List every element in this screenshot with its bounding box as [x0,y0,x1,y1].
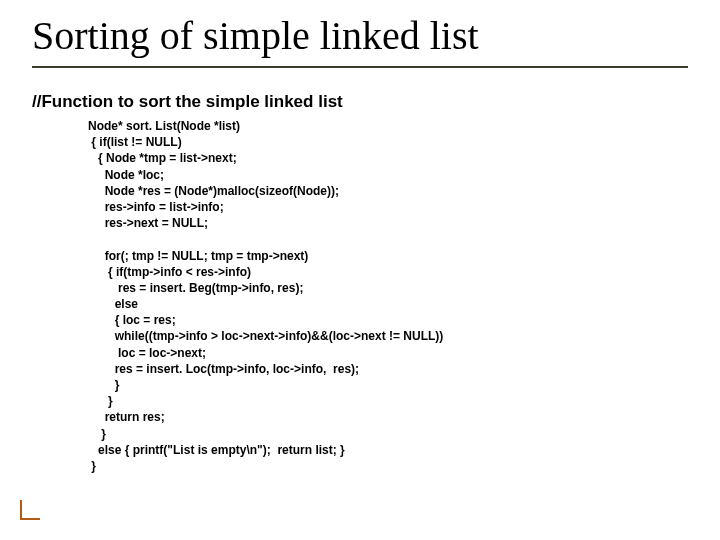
slide: Sorting of simple linked list //Function… [0,0,720,540]
body-area: //Function to sort the simple linked lis… [32,92,696,474]
title-underline [32,66,688,68]
subheading: //Function to sort the simple linked lis… [32,92,696,112]
title-area: Sorting of simple linked list [32,14,688,68]
slide-title: Sorting of simple linked list [32,14,688,64]
code-block: Node* sort. List(Node *list) { if(list !… [32,118,696,474]
corner-ornament [20,500,40,520]
